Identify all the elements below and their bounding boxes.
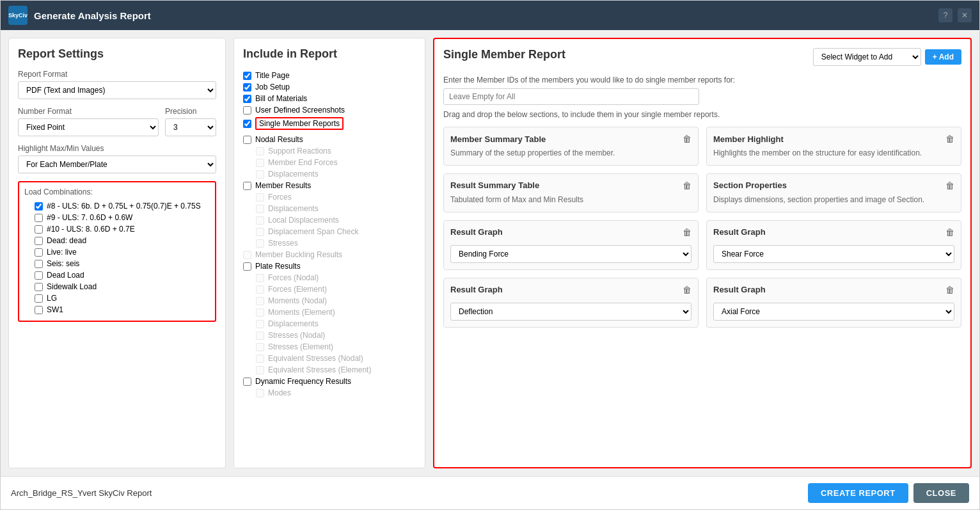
cb-equiv-stresses-element (256, 366, 264, 374)
cb-job-setup[interactable] (243, 83, 251, 92)
label-displacements-nodal: Displacements (268, 170, 319, 179)
result-graph-select-bending[interactable]: Bending Force Shear Force Axial Force De… (450, 245, 692, 263)
widget-delete-btn-6[interactable]: 🗑 (945, 227, 954, 237)
cb-member-results[interactable] (243, 182, 251, 190)
select-widget-dropdown[interactable]: Select Widget to Add Member Summary Tabl… (813, 48, 921, 66)
footer-buttons: CREATE REPORT CLOSE (808, 483, 969, 503)
label-member-end-forces: Member End Forces (268, 158, 338, 167)
cb-nodal-results[interactable] (243, 136, 251, 144)
add-widget-button[interactable]: + Add (925, 49, 961, 65)
right-panel: Single Member Report Select Widget to Ad… (433, 38, 972, 468)
label-forces-element: Forces (Element) (268, 285, 327, 294)
load-combinations-title: Load Combinations: (24, 187, 210, 196)
load-label-seis: Seis: seis (47, 259, 79, 268)
highlight-select[interactable]: For Each Member/Plate Overall (18, 155, 216, 173)
list-item: Member Results (243, 180, 416, 191)
precision-label: Precision (165, 107, 216, 116)
widget-desc-section-properties: Displays dimensions, section properties … (713, 195, 954, 205)
cb-dynamic-frequency[interactable] (243, 378, 251, 386)
widget-title-member-highlight: Member Highlight (713, 134, 784, 144)
title-bar-left: SkyCiv Generate Analysis Report (8, 6, 151, 25)
load-label-10: #10 - ULS: 8. 0.6D + 0.7E (47, 225, 135, 234)
label-displacements-member: Displacements (268, 204, 319, 213)
list-item: Equivalent Stresses (Element) (256, 364, 416, 376)
result-graph-select-axial[interactable]: Bending Force Shear Force Axial Force De… (713, 303, 954, 321)
number-format-label: Number Format (18, 107, 159, 116)
modal-container: SkyCiv Generate Analysis Report ? ✕ Repo… (0, 0, 980, 510)
cb-single-member-reports[interactable] (243, 120, 251, 128)
widget-desc-member-highlight: Highlights the member on the structure f… (713, 148, 954, 159)
list-item: Live: live (35, 246, 210, 258)
list-item: Displacement Span Check (256, 226, 416, 237)
load-cb-10[interactable] (35, 225, 43, 234)
widget-delete-btn-4[interactable]: 🗑 (945, 180, 954, 191)
label-user-screenshots: User Defined Screenshots (255, 106, 345, 115)
load-cb-sidewalk[interactable] (35, 283, 43, 291)
widget-card-result-graph-deflection: Result Graph 🗑 Bending Force Shear Force… (443, 278, 699, 328)
load-cb-live[interactable] (35, 248, 43, 257)
label-stresses-member: Stresses (268, 239, 298, 248)
widget-delete-btn-1[interactable]: 🗑 (683, 134, 692, 144)
report-format-label: Report Format (18, 70, 216, 79)
list-item: #8 - ULS: 6b. D + 0.75L + 0.75(0.7)E + 0… (35, 200, 210, 212)
list-item: Dead Load (35, 269, 210, 281)
list-item: #9 - ULS: 7. 0.6D + 0.6W (35, 212, 210, 223)
list-item: Stresses (256, 237, 416, 249)
cb-title-page[interactable] (243, 72, 251, 80)
report-format-select[interactable]: PDF (Text and Images) PDF (Text Only) DO… (18, 81, 216, 99)
result-graph-select-shear[interactable]: Bending Force Shear Force Axial Force De… (713, 245, 954, 263)
list-item: Modes (256, 387, 416, 399)
cb-member-end-forces (256, 159, 264, 167)
widget-delete-btn-2[interactable]: 🗑 (945, 134, 954, 144)
result-graph-select-deflection[interactable]: Bending Force Shear Force Axial Force De… (450, 303, 692, 321)
help-icon[interactable]: ? (938, 8, 952, 22)
drag-hint: Drag and drop the below sections, to inc… (443, 110, 961, 119)
label-job-setup: Job Setup (255, 83, 290, 92)
cb-plate-results[interactable] (243, 262, 251, 271)
list-item: Dynamic Frequency Results (243, 376, 416, 387)
close-button[interactable]: CLOSE (913, 483, 969, 503)
highlight-group: Highlight Max/Min Values For Each Member… (18, 144, 216, 173)
label-moments-element: Moments (Element) (268, 308, 335, 317)
label-dynamic-frequency: Dynamic Frequency Results (255, 377, 351, 386)
create-report-button[interactable]: CREATE REPORT (808, 483, 908, 503)
middle-panel-title: Include in Report (243, 47, 416, 61)
label-moments-nodal: Moments (Nodal) (268, 296, 327, 305)
list-item: Bill of Materials (243, 93, 416, 104)
cb-displacements-member (256, 205, 264, 213)
widget-title-result-summary: Result Summary Table (450, 180, 539, 190)
load-cb-deadload[interactable] (35, 271, 43, 280)
cb-forces-nodal (256, 274, 264, 282)
widget-delete-btn-7[interactable]: 🗑 (683, 285, 692, 295)
load-cb-seis[interactable] (35, 260, 43, 268)
cb-bill-of-materials[interactable] (243, 95, 251, 103)
widget-title-section-properties: Section Properties (713, 180, 787, 190)
highlight-label: Highlight Max/Min Values (18, 144, 216, 153)
load-cb-8[interactable] (35, 202, 43, 211)
load-cb-sw1[interactable] (35, 306, 43, 314)
cb-moments-element (256, 308, 264, 317)
list-item: LG (35, 292, 210, 304)
load-cb-dead[interactable] (35, 237, 43, 245)
label-stresses-nodal: Stresses (Nodal) (268, 331, 325, 340)
member-id-input[interactable] (443, 88, 699, 105)
number-format-group: Number Format Fixed Point Scientific (18, 107, 159, 136)
cb-stresses-nodal (256, 331, 264, 340)
list-item: Forces (256, 191, 416, 203)
label-member-buckling: Member Buckling Results (255, 250, 342, 259)
list-item: Title Page (243, 70, 416, 81)
load-cb-lg[interactable] (35, 294, 43, 303)
load-label-deadload: Dead Load (47, 271, 84, 280)
number-format-select[interactable]: Fixed Point Scientific (18, 118, 159, 136)
widget-delete-btn-5[interactable]: 🗑 (683, 227, 692, 237)
cb-user-screenshots[interactable] (243, 106, 251, 115)
widget-card-header: Member Summary Table 🗑 (450, 134, 692, 144)
precision-select[interactable]: 1 2 3 4 5 (165, 118, 216, 136)
widget-delete-btn-8[interactable]: 🗑 (945, 285, 954, 295)
load-cb-9[interactable] (35, 214, 43, 222)
widget-delete-btn-3[interactable]: 🗑 (683, 180, 692, 191)
app-logo-text: SkyCiv (8, 12, 28, 19)
cb-support-reactions (256, 147, 264, 155)
list-item: SW1 (35, 304, 210, 315)
close-icon[interactable]: ✕ (958, 8, 972, 22)
